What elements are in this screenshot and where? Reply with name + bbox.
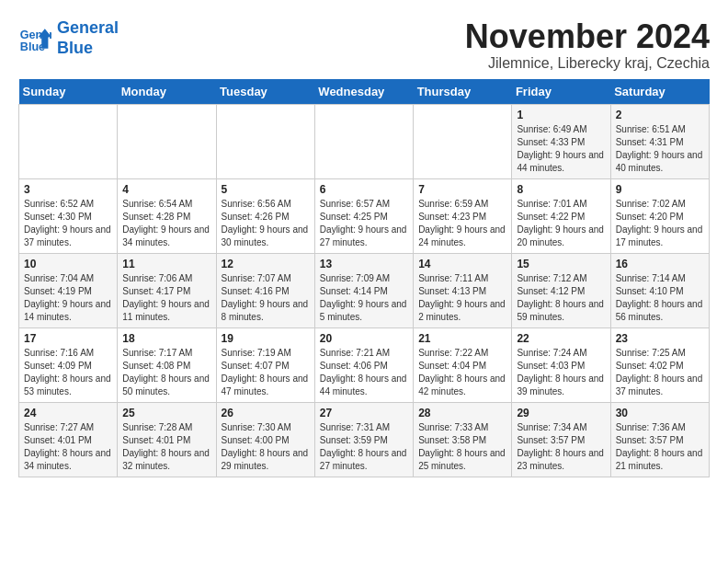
cell-content: Sunrise: 7:34 AM Sunset: 3:57 PM Dayligh…	[517, 421, 605, 473]
day-number: 1	[517, 109, 605, 121]
day-number: 25	[122, 407, 210, 419]
weekday-header-row: SundayMondayTuesdayWednesdayThursdayFrid…	[19, 79, 710, 105]
day-number: 11	[122, 258, 210, 270]
cell-content: Sunrise: 7:09 AM Sunset: 4:14 PM Dayligh…	[320, 272, 408, 324]
cell-content: Sunrise: 7:16 AM Sunset: 4:09 PM Dayligh…	[24, 347, 112, 398]
day-number: 29	[517, 407, 605, 419]
cell-content: Sunrise: 7:06 AM Sunset: 4:17 PM Dayligh…	[122, 272, 210, 324]
day-number: 9	[616, 183, 704, 196]
weekday-header-friday: Friday	[512, 79, 610, 105]
logo-general: General	[57, 18, 119, 37]
day-number: 26	[222, 407, 310, 419]
cell-content: Sunrise: 6:59 AM Sunset: 4:23 PM Dayligh…	[418, 198, 506, 249]
weekday-header-thursday: Thursday	[414, 79, 512, 105]
cell-content: Sunrise: 7:28 AM Sunset: 4:01 PM Dayligh…	[122, 421, 210, 473]
calendar-cell: 18Sunrise: 7:17 AM Sunset: 4:08 PM Dayli…	[118, 327, 216, 402]
weekday-header-saturday: Saturday	[610, 79, 709, 105]
calendar-cell: 3Sunrise: 6:52 AM Sunset: 4:30 PM Daylig…	[19, 178, 118, 253]
weekday-header-sunday: Sunday	[19, 79, 118, 105]
day-number: 8	[517, 183, 605, 196]
day-number: 7	[418, 183, 506, 196]
day-number: 2	[616, 109, 704, 121]
title-block: November 2024 Jilemnice, Liberecky kraj,…	[465, 18, 710, 72]
calendar-cell: 28Sunrise: 7:33 AM Sunset: 3:58 PM Dayli…	[414, 402, 512, 477]
calendar-cell: 12Sunrise: 7:07 AM Sunset: 4:16 PM Dayli…	[216, 253, 314, 327]
calendar-week-row: 17Sunrise: 7:16 AM Sunset: 4:09 PM Dayli…	[19, 327, 710, 402]
day-number: 19	[222, 332, 310, 345]
calendar-cell: 14Sunrise: 7:11 AM Sunset: 4:13 PM Dayli…	[414, 253, 512, 327]
cell-content: Sunrise: 7:31 AM Sunset: 3:59 PM Dayligh…	[320, 421, 408, 473]
day-number: 21	[418, 332, 506, 345]
calendar-cell	[19, 104, 118, 178]
cell-content: Sunrise: 7:22 AM Sunset: 4:04 PM Dayligh…	[418, 347, 506, 398]
cell-content: Sunrise: 7:17 AM Sunset: 4:08 PM Dayligh…	[122, 347, 210, 398]
calendar-cell: 25Sunrise: 7:28 AM Sunset: 4:01 PM Dayli…	[118, 402, 216, 477]
calendar-cell: 15Sunrise: 7:12 AM Sunset: 4:12 PM Dayli…	[512, 253, 610, 327]
calendar-cell: 1Sunrise: 6:49 AM Sunset: 4:33 PM Daylig…	[512, 104, 610, 178]
calendar-week-row: 24Sunrise: 7:27 AM Sunset: 4:01 PM Dayli…	[19, 402, 710, 477]
day-number: 4	[122, 183, 210, 196]
cell-content: Sunrise: 7:21 AM Sunset: 4:06 PM Dayligh…	[320, 347, 408, 398]
calendar-cell: 23Sunrise: 7:25 AM Sunset: 4:02 PM Dayli…	[610, 327, 709, 402]
weekday-header-wednesday: Wednesday	[314, 79, 413, 105]
cell-content: Sunrise: 7:36 AM Sunset: 3:57 PM Dayligh…	[616, 421, 704, 473]
cell-content: Sunrise: 7:11 AM Sunset: 4:13 PM Dayligh…	[418, 272, 506, 324]
day-number: 30	[616, 407, 704, 419]
cell-content: Sunrise: 6:49 AM Sunset: 4:33 PM Dayligh…	[517, 123, 605, 175]
calendar-cell: 26Sunrise: 7:30 AM Sunset: 4:00 PM Dayli…	[216, 402, 314, 477]
calendar-cell: 29Sunrise: 7:34 AM Sunset: 3:57 PM Dayli…	[512, 402, 610, 477]
calendar-cell	[314, 104, 413, 178]
calendar-cell: 5Sunrise: 6:56 AM Sunset: 4:26 PM Daylig…	[216, 178, 314, 253]
cell-content: Sunrise: 7:04 AM Sunset: 4:19 PM Dayligh…	[24, 272, 112, 324]
day-number: 5	[222, 183, 310, 196]
calendar-week-row: 10Sunrise: 7:04 AM Sunset: 4:19 PM Dayli…	[19, 253, 710, 327]
day-number: 18	[122, 332, 210, 345]
calendar-cell	[216, 104, 314, 178]
calendar-cell: 17Sunrise: 7:16 AM Sunset: 4:09 PM Dayli…	[19, 327, 118, 402]
day-number: 15	[517, 258, 605, 270]
location-subtitle: Jilemnice, Liberecky kraj, Czechia	[465, 55, 710, 72]
day-number: 14	[418, 258, 506, 270]
calendar-cell: 4Sunrise: 6:54 AM Sunset: 4:28 PM Daylig…	[118, 178, 216, 253]
calendar-cell: 10Sunrise: 7:04 AM Sunset: 4:19 PM Dayli…	[19, 253, 118, 327]
svg-text:Blue: Blue	[20, 40, 45, 52]
calendar-cell: 24Sunrise: 7:27 AM Sunset: 4:01 PM Dayli…	[19, 402, 118, 477]
cell-content: Sunrise: 7:14 AM Sunset: 4:10 PM Dayligh…	[616, 272, 704, 324]
month-title: November 2024	[465, 18, 710, 55]
calendar-cell	[414, 104, 512, 178]
calendar-cell: 9Sunrise: 7:02 AM Sunset: 4:20 PM Daylig…	[610, 178, 709, 253]
page-header: General Blue General Blue November 2024 …	[18, 18, 710, 72]
cell-content: Sunrise: 7:12 AM Sunset: 4:12 PM Dayligh…	[517, 272, 605, 324]
day-number: 22	[517, 332, 605, 345]
calendar-cell: 13Sunrise: 7:09 AM Sunset: 4:14 PM Dayli…	[314, 253, 413, 327]
day-number: 20	[320, 332, 408, 345]
cell-content: Sunrise: 7:24 AM Sunset: 4:03 PM Dayligh…	[517, 347, 605, 398]
day-number: 17	[24, 332, 112, 345]
calendar-cell: 20Sunrise: 7:21 AM Sunset: 4:06 PM Dayli…	[314, 327, 413, 402]
cell-content: Sunrise: 7:33 AM Sunset: 3:58 PM Dayligh…	[418, 421, 506, 473]
day-number: 28	[418, 407, 506, 419]
cell-content: Sunrise: 7:02 AM Sunset: 4:20 PM Dayligh…	[616, 198, 704, 249]
calendar-cell: 19Sunrise: 7:19 AM Sunset: 4:07 PM Dayli…	[216, 327, 314, 402]
cell-content: Sunrise: 7:30 AM Sunset: 4:00 PM Dayligh…	[222, 421, 310, 473]
calendar-cell: 27Sunrise: 7:31 AM Sunset: 3:59 PM Dayli…	[314, 402, 413, 477]
logo-icon: General Blue	[18, 22, 51, 55]
cell-content: Sunrise: 7:19 AM Sunset: 4:07 PM Dayligh…	[222, 347, 310, 398]
calendar-cell: 16Sunrise: 7:14 AM Sunset: 4:10 PM Dayli…	[610, 253, 709, 327]
cell-content: Sunrise: 7:25 AM Sunset: 4:02 PM Dayligh…	[616, 347, 704, 398]
calendar-week-row: 3Sunrise: 6:52 AM Sunset: 4:30 PM Daylig…	[19, 178, 710, 253]
day-number: 12	[222, 258, 310, 270]
day-number: 6	[320, 183, 408, 196]
day-number: 24	[24, 407, 112, 419]
weekday-header-monday: Monday	[118, 79, 216, 105]
day-number: 27	[320, 407, 408, 419]
weekday-header-tuesday: Tuesday	[216, 79, 314, 105]
cell-content: Sunrise: 6:52 AM Sunset: 4:30 PM Dayligh…	[24, 198, 112, 249]
day-number: 13	[320, 258, 408, 270]
calendar-table: SundayMondayTuesdayWednesdayThursdayFrid…	[18, 79, 710, 477]
cell-content: Sunrise: 7:07 AM Sunset: 4:16 PM Dayligh…	[222, 272, 310, 324]
day-number: 16	[616, 258, 704, 270]
calendar-cell: 22Sunrise: 7:24 AM Sunset: 4:03 PM Dayli…	[512, 327, 610, 402]
calendar-cell: 8Sunrise: 7:01 AM Sunset: 4:22 PM Daylig…	[512, 178, 610, 253]
calendar-cell	[118, 104, 216, 178]
